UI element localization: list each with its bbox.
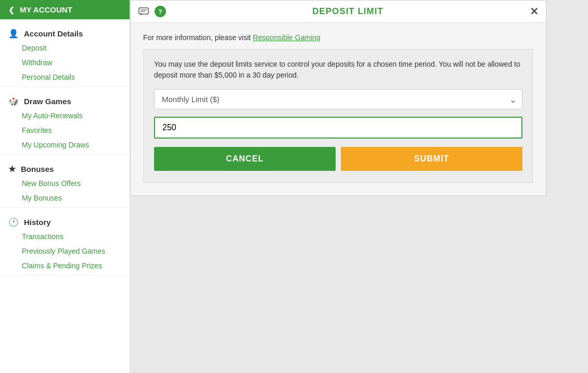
sidebar-section-history: 🕐 History Transactions Previously Played…: [0, 208, 130, 276]
main-content: ? DEPOSIT LIMIT ✕ For more information, …: [130, 0, 588, 373]
modal-title: DEPOSIT LIMIT: [166, 6, 530, 17]
sidebar: ❮ MY ACCOUNT 👤 Account Details Deposit W…: [0, 0, 130, 373]
history-title: 🕐 History: [0, 213, 130, 229]
modal-header: ? DEPOSIT LIMIT ✕: [131, 1, 546, 23]
deposit-limit-panel: ? DEPOSIT LIMIT ✕ For more information, …: [130, 0, 546, 196]
sidebar-item-claims-pending[interactable]: Claims & Pending Prizes: [0, 258, 130, 273]
sidebar-header-label: MY ACCOUNT: [20, 5, 72, 14]
bonuses-title: ★ Bonuses: [0, 160, 130, 176]
sidebar-item-transactions[interactable]: Transactions: [0, 229, 130, 244]
sidebar-item-personal-details[interactable]: Personal Details: [0, 70, 130, 84]
sidebar-item-previously-played[interactable]: Previously Played Games: [0, 244, 130, 258]
cancel-button[interactable]: CANCEL: [154, 147, 336, 171]
clock-icon: 🕐: [8, 217, 19, 227]
sidebar-item-upcoming-draws[interactable]: My Upcoming Draws: [0, 138, 130, 152]
sidebar-item-new-bonus-offers[interactable]: New Bonus Offers: [0, 176, 130, 191]
sidebar-item-favorites[interactable]: Favorites: [0, 123, 130, 138]
svg-rect-0: [139, 8, 148, 14]
modal-body: For more information, please visit Respo…: [131, 23, 546, 195]
sidebar-item-auto-renewals[interactable]: My Auto-Renewals: [0, 108, 130, 123]
account-details-title: 👤 Account Details: [0, 24, 130, 41]
sidebar-section-bonuses: ★ Bonuses New Bonus Offers My Bonuses: [0, 155, 130, 208]
limit-type-select[interactable]: Monthly Limit ($) Weekly Limit ($) Daily…: [154, 89, 522, 109]
dice-icon: 🎲: [8, 96, 19, 106]
my-account-header[interactable]: ❮ MY ACCOUNT: [0, 0, 130, 19]
sidebar-item-my-bonuses[interactable]: My Bonuses: [0, 191, 130, 205]
person-icon: 👤: [8, 29, 19, 39]
draw-games-title: 🎲 Draw Games: [0, 92, 130, 108]
submit-button[interactable]: SUBMIT: [341, 147, 522, 171]
limit-box: You may use the deposit limits service t…: [143, 49, 533, 183]
sidebar-section-account: 👤 Account Details Deposit Withdraw Perso…: [0, 19, 130, 87]
help-icon[interactable]: ?: [155, 6, 166, 17]
limit-type-select-wrapper: Monthly Limit ($) Weekly Limit ($) Daily…: [154, 89, 522, 109]
responsible-gaming-link[interactable]: Responsible Gaming: [253, 33, 321, 42]
sidebar-item-withdraw[interactable]: Withdraw: [0, 55, 130, 70]
limit-amount-input[interactable]: [154, 117, 522, 139]
header-icons: ?: [138, 6, 166, 17]
modal-close-button[interactable]: ✕: [530, 6, 539, 17]
chevron-left-icon: ❮: [8, 6, 15, 14]
info-line: For more information, please visit Respo…: [143, 33, 533, 42]
button-row: CANCEL SUBMIT: [154, 147, 522, 171]
chat-icon[interactable]: [138, 6, 149, 17]
sidebar-item-deposit[interactable]: Deposit: [0, 41, 130, 55]
star-icon: ★: [8, 164, 16, 174]
limit-description: You may use the deposit limits service t…: [154, 59, 522, 81]
sidebar-section-draw-games: 🎲 Draw Games My Auto-Renewals Favorites …: [0, 87, 130, 155]
